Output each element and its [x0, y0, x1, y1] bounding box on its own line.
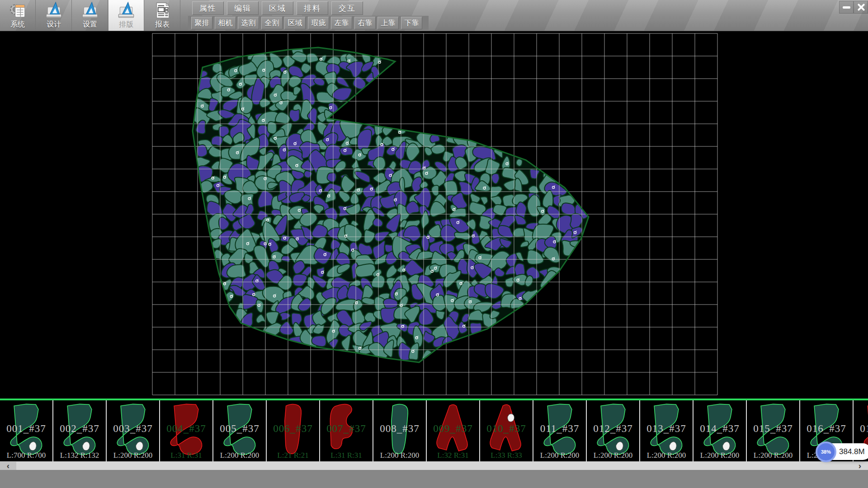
piece-shape-graphic	[431, 401, 475, 458]
nesting-canvas[interactable]	[0, 31, 868, 399]
memory-badge: 38% 384.8M	[817, 443, 868, 460]
horizontal-scrollbar[interactable]: ‹ ›	[0, 462, 868, 470]
system-gear-icon	[8, 1, 27, 20]
piece-shape-graphic	[485, 401, 528, 458]
piece-thumbnail-strip: 001_#37L:700 R:700002_#37L:132 R:132003_…	[0, 400, 868, 462]
menu-tab-2[interactable]: 编辑	[227, 1, 259, 15]
tool-button-8[interactable]: 右靠	[354, 17, 376, 29]
piece-shape-graphic	[751, 401, 795, 458]
piece-shape-graphic	[325, 401, 368, 458]
tool-button-10[interactable]: 下靠	[401, 17, 422, 29]
piece-shape-graphic	[5, 401, 48, 458]
menu-tab-1[interactable]: 属性	[192, 1, 224, 15]
nesting-ruler-icon	[117, 1, 136, 20]
menu-tab-3[interactable]: 区域	[262, 1, 293, 15]
progress-percent: 38%	[821, 449, 831, 455]
tool-button-9[interactable]: 上靠	[377, 17, 399, 29]
status-bar	[0, 470, 868, 488]
piece-thumbnail-013_#37[interactable]: 013_#37L:200 R:200	[640, 400, 693, 462]
tool-button-3[interactable]: 选割	[238, 17, 259, 29]
piece-shape-graphic	[591, 401, 635, 458]
piece-thumbnail-007_#37[interactable]: 007_#37L:31 R:31	[320, 400, 373, 462]
main-button-1[interactable]: 系统	[0, 0, 36, 31]
main-button-label: 报表	[155, 20, 170, 29]
minimize-icon	[843, 6, 850, 9]
piece-shape-graphic	[218, 401, 261, 458]
piece-shape-graphic	[698, 401, 741, 458]
progress-circle: 38%	[816, 441, 836, 462]
settings-ruler-icon	[80, 1, 99, 20]
tool-button-1[interactable]: 聚排	[191, 17, 212, 29]
piece-thumbnail-005_#37[interactable]: 005_#37L:200 R:200	[213, 400, 267, 462]
piece-thumbnail-002_#37[interactable]: 002_#37L:132 R:132	[53, 400, 107, 462]
scroll-right-button[interactable]: ›	[852, 462, 868, 470]
piece-thumbnail-008_#37[interactable]: 008_#37L:200 R:200	[373, 400, 427, 462]
piece-thumbnail-009_#37[interactable]: 009_#37L:32 R:31	[427, 400, 480, 462]
piece-shape-graphic	[378, 401, 421, 458]
piece-shape-graphic	[165, 401, 208, 458]
piece-shape-graphic	[538, 401, 581, 458]
main-button-label: 系统	[10, 20, 25, 29]
main-button-3[interactable]: 设置	[72, 0, 108, 31]
close-icon	[857, 3, 865, 11]
piece-shape-graphic	[271, 401, 315, 458]
main-button-2[interactable]: 设计	[36, 0, 72, 31]
piece-thumbnail-003_#37[interactable]: 003_#37L:200 R:200	[107, 400, 160, 462]
main-button-label: 设置	[83, 20, 97, 29]
main-button-label: 排版	[119, 20, 133, 29]
piece-thumbnail-004_#37[interactable]: 004_#37L:31 R:31	[160, 400, 213, 462]
piece-shape-graphic	[58, 401, 101, 458]
main-button-label: 设计	[47, 20, 61, 29]
piece-thumbnail-010_#37[interactable]: 010_#37L:33 R:33	[480, 400, 533, 462]
tool-button-7[interactable]: 左靠	[331, 17, 352, 29]
tool-button-6[interactable]: 瑕疵	[308, 17, 329, 29]
tool-button-2[interactable]: 相机	[215, 17, 236, 29]
tool-button-4[interactable]: 全割	[261, 17, 283, 29]
main-button-4[interactable]: 排版	[108, 0, 144, 31]
piece-hole	[508, 414, 514, 422]
piece-thumbnail-011_#37[interactable]: 011_#37L:200 R:200	[533, 400, 587, 462]
piece-thumbnail-006_#37[interactable]: 006_#37L:21 R:21	[267, 400, 320, 462]
tool-button-5[interactable]: 区域	[284, 17, 306, 29]
close-button[interactable]	[854, 1, 868, 14]
minimize-button[interactable]	[839, 1, 854, 14]
piece-shape-graphic	[645, 401, 688, 458]
piece-thumbnail-012_#37[interactable]: 012_#37L:200 R:200	[587, 400, 640, 462]
piece-thumbnail-014_#37[interactable]: 014_#37L:200 R:200	[693, 400, 747, 462]
report-doc-icon	[153, 1, 172, 20]
nested-pieces-layer	[192, 43, 590, 361]
piece-thumbnail-001_#37[interactable]: 001_#37L:700 R:700	[0, 400, 53, 462]
memory-value: 384.8M	[839, 447, 865, 456]
menu-tab-4[interactable]: 排料	[297, 1, 328, 15]
main-button-5[interactable]: 报表	[145, 0, 180, 31]
menu-tab-5[interactable]: 交互	[331, 1, 363, 15]
main-toolbar: 系统设计设置排版报表 属性编辑区域排料交互 聚排相机选割全割区域瑕疵左靠右靠上靠…	[0, 0, 868, 31]
design-ruler-icon	[44, 1, 63, 20]
piece-thumbnail-015_#37[interactable]: 015_#37L:200 R:200	[747, 400, 800, 462]
piece-shape-graphic	[111, 401, 155, 458]
scroll-left-button[interactable]: ‹	[0, 462, 16, 470]
